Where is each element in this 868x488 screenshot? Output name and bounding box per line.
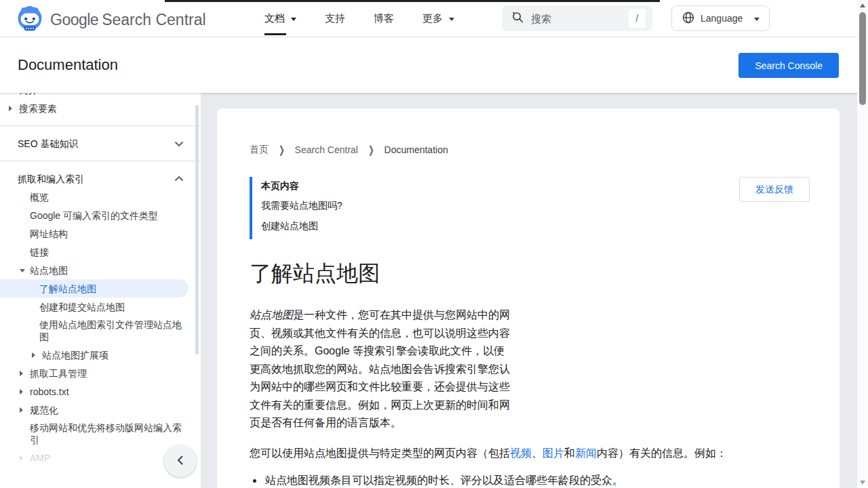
globe-icon (682, 11, 695, 26)
sidebar-item-label: Google 可编入索引的文件类型 (30, 209, 158, 222)
sidebar-divider (0, 125, 201, 126)
language-selector[interactable]: Language (671, 5, 770, 31)
scrollbar-thumb[interactable] (859, 12, 866, 105)
sidebar-item-label: 简介 (19, 93, 38, 96)
sidebar-item-label: 概览 (30, 191, 49, 203)
sidebar-item-label: 站点地图 (30, 264, 68, 277)
content-card: 首页❯Search Central❯Documentation 本页内容 我需要… (217, 108, 840, 488)
window-top-strip (165, 0, 660, 2)
sidebar-item-label: 链接 (30, 246, 49, 258)
top-navigation-bar: GoogleSearch Central 文档支持博客更多 / Language (0, 0, 868, 37)
sidebar-item-label: 网址结构 (30, 228, 68, 240)
inline-link[interactable]: 新闻 (575, 447, 597, 459)
logo-text: GoogleSearch Central (50, 11, 206, 29)
inline-link[interactable]: 视频 (510, 447, 532, 459)
inline-link[interactable]: 图片 (542, 447, 564, 459)
sidebar-item[interactable]: 抓取和编入索引 (0, 169, 201, 188)
breadcrumb-item[interactable]: Documentation (384, 144, 448, 155)
article-title: 了解站点地图 (250, 259, 810, 289)
nav-tab-3[interactable]: 博客 (374, 0, 394, 37)
sidebar-item-label: 抓取和编入索引 (18, 173, 84, 185)
sidebar-item-label: AMP (30, 452, 50, 464)
page-scrollbar[interactable] (857, 0, 868, 488)
sidebar-item-label: 移动网站和优先将移动版网站编入索引 (30, 422, 184, 446)
search-box[interactable]: / (502, 5, 652, 31)
sidebar-item[interactable]: 移动网站和优先将移动版网站编入索引 (0, 419, 201, 449)
toc-link[interactable]: 我需要站点地图吗? (261, 196, 342, 216)
sidebar-item[interactable]: 链接 (0, 243, 201, 261)
sidebar-item[interactable]: 了解站点地图 (0, 279, 189, 298)
nav-tab-label: 文档 (264, 12, 285, 25)
tree-arrow-right-icon (9, 106, 12, 111)
collapse-sidebar-button[interactable] (164, 445, 197, 477)
scrollbar-up-arrow[interactable] (860, 3, 865, 7)
sidebar-item[interactable]: 使用站点地图索引文件管理站点地图 (0, 316, 201, 346)
text-segment: 您可以使用站点地图提供与特定类型的网页内容（包括 (250, 447, 510, 459)
bullet-item: 站点地图视频条目可以指定视频的时长、评分以及适合哪些年龄段的受众。 (264, 472, 810, 488)
sidebar-item-label: 使用站点地图索引文件管理站点地图 (39, 319, 184, 343)
chevron-down-icon (171, 136, 187, 152)
search-input[interactable] (531, 13, 629, 24)
text-segment: 内容）有关的信息。例如： (597, 447, 727, 459)
sidebar-item-label: SEO 基础知识 (18, 138, 78, 150)
sidebar-divider (0, 161, 201, 161)
toc-link[interactable]: 创建站点地图 (261, 216, 342, 237)
sidebar-item-label: 抓取工具管理 (30, 367, 87, 380)
sidebar-item-label: 规范化 (30, 404, 58, 416)
sidebar-item[interactable]: 规范化 (0, 401, 201, 419)
nav-tab-2[interactable]: 支持 (325, 0, 345, 37)
sidebar-item[interactable]: 站点地图扩展项 (0, 346, 201, 364)
toc-title: 本页内容 (261, 178, 342, 196)
breadcrumb: 首页❯Search Central❯Documentation (250, 144, 810, 156)
sidebar-item[interactable]: 搜索要素 (0, 99, 201, 117)
article-paragraph-2: 您可以使用站点地图提供与特定类型的网页内容（包括视频、图片和新闻内容）有关的信息… (250, 445, 785, 462)
sidebar-item[interactable]: 抓取工具管理 (0, 364, 201, 382)
chevron-left-icon (172, 452, 189, 470)
sidebar-item[interactable]: robots.txt (0, 382, 201, 401)
text-segment: 是一种文件，您可在其中提供与您网站中的网页、视频或其他文件有关的信息，也可以说明… (250, 309, 510, 428)
nav-tab-label: 支持 (325, 12, 345, 25)
sidebar-item[interactable]: Google 可编入索引的文件类型 (0, 206, 201, 224)
nav-tab-4[interactable]: 更多 (422, 0, 454, 37)
chevron-down-icon (291, 18, 296, 21)
sidebar-item[interactable]: 网址结构 (0, 224, 201, 243)
tree-arrow-right-icon (20, 407, 23, 413)
logo-brand: Google (50, 11, 98, 28)
search-central-mascot-icon (16, 5, 43, 35)
sidebar-scrollbar-thumb[interactable] (195, 105, 199, 354)
search-icon (511, 10, 524, 26)
site-logo[interactable]: GoogleSearch Central (16, 5, 206, 35)
nav-tab-label: 博客 (374, 12, 394, 25)
tree-arrow-right-icon (20, 371, 23, 376)
tree-arrow-right-icon (20, 455, 23, 461)
sidebar-item-label: 搜索要素 (19, 102, 57, 115)
nav-tab-1[interactable]: 文档 (264, 0, 296, 37)
breadcrumb-item[interactable]: Search Central (295, 144, 358, 155)
nav-tab-label: 更多 (422, 12, 443, 25)
search-shortcut-key: / (629, 9, 646, 28)
chevron-down-icon (449, 18, 454, 21)
breadcrumb-separator-icon: ❯ (368, 144, 374, 156)
scrollbar-down-arrow[interactable] (860, 481, 865, 485)
send-feedback-button[interactable]: 发送反馈 (739, 177, 810, 202)
primary-nav-tabs: 文档支持博客更多 (264, 0, 454, 37)
search-console-button[interactable]: Search Console (738, 53, 839, 78)
text-segment: 、 (532, 447, 542, 459)
chevron-up-icon (171, 171, 187, 187)
language-label: Language (701, 13, 743, 24)
sidebar-item[interactable]: 创建和提交站点地图 (0, 298, 201, 316)
doc-set-header: Documentation Search Console (0, 37, 868, 93)
sidebar-navigation: 简介搜索要素SEO 基础知识抓取和编入索引概览Google 可编入索引的文件类型… (0, 93, 201, 488)
article-bullet-list: 站点地图视频条目可以指定视频的时长、评分以及适合哪些年龄段的受众。 (264, 472, 810, 488)
tree-arrow-right-icon (32, 352, 35, 358)
breadcrumb-item[interactable]: 首页 (250, 144, 269, 156)
sidebar-item[interactable]: 站点地图 (0, 261, 201, 279)
sidebar-item[interactable]: 概览 (0, 188, 201, 206)
sidebar-item-label: 了解站点地图 (39, 283, 96, 295)
sidebar-item-label: robots.txt (30, 386, 69, 398)
sidebar-item[interactable]: 简介 (0, 93, 201, 99)
article-paragraph-1: 站点地图是一种文件，您可在其中提供与您网站中的网页、视频或其他文件有关的信息，也… (250, 306, 515, 432)
tree-arrow-right-icon (20, 389, 23, 394)
sidebar-item[interactable]: SEO 基础知识 (0, 134, 201, 152)
tree-arrow-down-icon (20, 269, 25, 272)
